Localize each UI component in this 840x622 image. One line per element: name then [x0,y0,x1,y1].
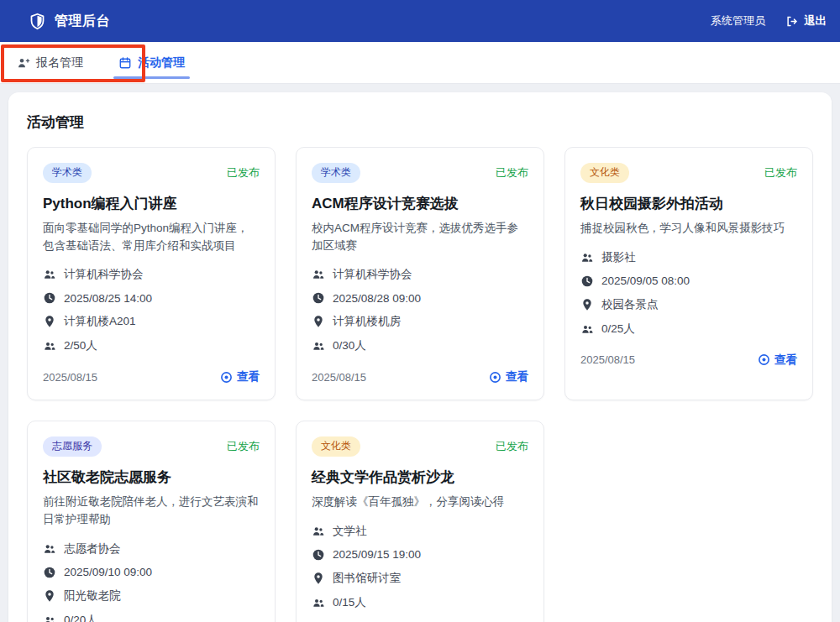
logout-label: 退出 [804,13,827,29]
people-icon [312,339,325,353]
time-label: 2025/08/25 14:00 [64,292,152,305]
card-head: 学术类 已发布 [43,163,260,183]
location-row: 计算机楼机房 [312,314,528,329]
category-badge: 文化类 [312,436,360,457]
people-icon [312,596,325,609]
tab-bar: 报名管理 活动管理 [0,42,840,84]
view-label: 查看 [506,369,528,384]
status-badge: 已发布 [227,165,260,180]
organizer-label: 志愿者协会 [64,541,121,557]
activity-description: 面向零基础同学的Python编程入门讲座，包含基础语法、常用库介绍和实战项目 [43,220,260,255]
activity-card: 学术类 已发布 Python编程入门讲座 面向零基础同学的Python编程入门讲… [27,147,276,400]
map-pin-icon [43,589,56,603]
status-badge: 已发布 [496,439,528,454]
category-badge: 志愿服务 [43,436,102,457]
calendar-icon [118,56,132,70]
activity-card: 文化类 已发布 经典文学作品赏析沙龙 深度解读《百年孤独》，分享阅读心得 文学社 [296,421,544,622]
current-user-label: 系统管理员 [711,13,765,29]
time-row: 2025/08/28 09:00 [312,291,528,305]
logout-icon [785,15,798,28]
view-eye-icon [758,353,770,366]
location-row: 图书馆研讨室 [312,571,528,586]
organizer-row: 摄影社 [580,250,797,265]
map-pin-icon [580,298,594,311]
users-icon [43,542,56,556]
organizer-row: 计算机科学协会 [43,267,260,282]
people-icon [43,614,56,622]
organizer-row: 文学社 [312,524,528,539]
activity-card: 文化类 已发布 秋日校园摄影外拍活动 捕捉校园秋色，学习人像和风景摄影技巧 摄影… [564,147,813,400]
activity-card: 志愿服务 已发布 社区敬老院志愿服务 前往附近敬老院陪伴老人，进行文艺表演和日常… [27,421,276,622]
view-label: 查看 [237,369,260,384]
location-label: 阳光敬老院 [64,588,121,604]
status-badge: 已发布 [496,165,528,180]
users-icon [312,268,325,281]
location-label: 计算机楼A201 [64,314,136,329]
view-button[interactable]: 查看 [489,369,528,384]
activity-description: 捕捉校园秋色，学习人像和风景摄影技巧 [580,220,797,238]
location-row: 阳光敬老院 [43,588,260,604]
app-header: 管理后台 系统管理员 退出 [0,0,840,42]
created-date-label: 2025/08/15 [580,353,635,366]
created-date-label: 2025/08/15 [312,371,366,384]
map-pin-icon [312,315,325,328]
time-row: 2025/08/25 14:00 [43,291,260,305]
logout-button[interactable]: 退出 [785,13,827,29]
user-plus-icon [17,56,30,70]
view-button[interactable]: 查看 [220,369,260,384]
capacity-label: 2/50人 [64,338,97,353]
status-badge: 已发布 [764,165,797,180]
card-footer: 2025/08/15 查看 [43,369,260,384]
page-title: 活动管理 [27,112,813,132]
organizer-label: 计算机科学协会 [333,267,412,282]
organizer-label: 文学社 [333,524,367,539]
card-head: 学术类 已发布 [312,163,528,183]
cards-grid: 学术类 已发布 Python编程入门讲座 面向零基础同学的Python编程入门讲… [27,147,813,622]
time-label: 2025/09/05 08:00 [601,274,690,287]
people-icon [580,322,594,336]
location-label: 图书馆研讨室 [333,571,401,586]
capacity-row: 2/50人 [43,338,260,353]
capacity-label: 0/25人 [601,321,635,337]
organizer-label: 计算机科学协会 [64,267,144,282]
tab-registration-management[interactable]: 报名管理 [5,42,95,83]
view-button[interactable]: 查看 [758,353,797,368]
category-badge: 学术类 [312,163,360,183]
tab-activity-management[interactable]: 活动管理 [107,42,197,83]
time-label: 2025/09/10 09:00 [64,566,152,578]
time-label: 2025/09/15 19:00 [333,548,421,561]
time-row: 2025/09/10 09:00 [43,566,260,579]
shield-icon [29,13,46,30]
capacity-row: 0/25人 [580,321,797,337]
app-title: 管理后台 [55,13,110,30]
activity-title: ACM程序设计竞赛选拔 [312,194,528,213]
card-head: 文化类 已发布 [312,436,528,457]
card-head: 志愿服务 已发布 [43,436,260,457]
time-label: 2025/08/28 09:00 [333,292,421,305]
view-eye-icon [489,371,501,384]
location-row: 计算机楼A201 [43,314,260,329]
activity-title: 秋日校园摄影外拍活动 [580,194,797,213]
users-icon [580,251,594,264]
clock-icon [43,291,56,305]
header-right: 系统管理员 退出 [711,13,827,29]
tab-label: 报名管理 [36,55,83,71]
location-label: 计算机楼机房 [333,314,401,329]
capacity-row: 0/20人 [43,613,260,622]
card-footer: 2025/08/15 查看 [580,353,797,368]
time-row: 2025/09/15 19:00 [312,548,528,562]
activity-description: 深度解读《百年孤独》，分享阅读心得 [312,494,528,511]
organizer-row: 志愿者协会 [43,541,260,557]
activity-title: 社区敬老院志愿服务 [43,468,260,487]
card-footer: 2025/08/15 查看 [312,369,528,384]
clock-icon [312,548,325,562]
category-badge: 文化类 [580,163,629,183]
map-pin-icon [312,572,325,585]
category-badge: 学术类 [43,163,92,183]
tab-label: 活动管理 [138,55,185,71]
people-icon [43,339,56,353]
capacity-row: 0/30人 [312,338,528,353]
clock-icon [312,291,325,305]
card-head: 文化类 已发布 [580,163,797,183]
capacity-label: 0/15人 [333,595,366,610]
